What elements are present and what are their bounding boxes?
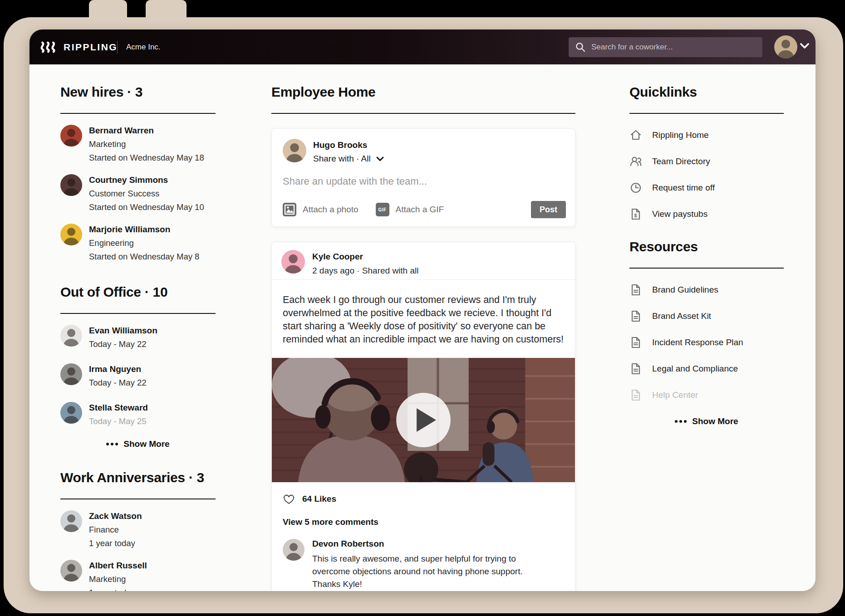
quicklink-rippling-home[interactable]: Rippling Home bbox=[629, 122, 784, 148]
avatar bbox=[60, 224, 82, 245]
app-window: RIPPLING Acme Inc. Search for a coworker… bbox=[29, 29, 816, 591]
person-dept: Customer Success bbox=[89, 189, 204, 199]
work-anniversaries-title: Work Anniversaries · 3 bbox=[60, 470, 216, 485]
person-name: Courtney Simmons bbox=[89, 175, 204, 185]
resources-show-more-button[interactable]: Show More bbox=[629, 416, 784, 426]
search-icon bbox=[575, 42, 586, 53]
out-of-office-row[interactable]: Irma Nguyen Today - May 22 bbox=[60, 363, 216, 388]
person-dept: Finance bbox=[89, 525, 142, 535]
composer-text-input[interactable]: Share an update with the team... bbox=[283, 176, 564, 187]
search-placeholder: Search for a coworker... bbox=[591, 43, 673, 52]
person-name: Zack Watson bbox=[89, 511, 142, 521]
quicklink-label: Rippling Home bbox=[652, 130, 709, 140]
out-of-office-row[interactable]: Stella Steward Today - May 25 bbox=[60, 402, 216, 426]
people-icon bbox=[629, 155, 642, 168]
person-dates: Today - May 25 bbox=[89, 416, 148, 426]
post-text: Each week I go through our customer revi… bbox=[272, 280, 575, 358]
quicklink-view-paystubs[interactable]: $ View paystubs bbox=[629, 201, 784, 227]
user-menu-chevron-down-icon[interactable] bbox=[800, 43, 810, 49]
like-heart-icon[interactable] bbox=[283, 493, 295, 504]
comment-author-name[interactable]: Devon Robertson bbox=[312, 539, 548, 549]
new-hires-title: New hires · 3 bbox=[60, 84, 216, 100]
quicklink-request-time-off[interactable]: Request time off bbox=[629, 175, 784, 201]
quicklink-team-directory[interactable]: Team Directory bbox=[629, 148, 784, 175]
person-dates: Today - May 22 bbox=[89, 378, 146, 388]
person-start-date: Started on Wednesday May 18 bbox=[89, 153, 204, 163]
resource-label: Legal and Compliance bbox=[652, 364, 738, 374]
rippling-logo[interactable]: RIPPLING bbox=[40, 29, 118, 64]
document-icon bbox=[629, 310, 642, 323]
resource-help-center[interactable]: Help Center bbox=[629, 382, 784, 408]
resource-brand-asset-kit[interactable]: Brand Asset Kit bbox=[629, 303, 784, 329]
user-avatar[interactable] bbox=[774, 35, 797, 59]
header-divider bbox=[117, 41, 118, 54]
person-dept: Engineering bbox=[89, 238, 199, 248]
likes-count[interactable]: 64 Likes bbox=[302, 494, 336, 504]
anniversary-row[interactable]: Zack Watson Finance 1 year today bbox=[60, 510, 216, 548]
show-more-label: Show More bbox=[692, 416, 738, 426]
post-author-avatar bbox=[281, 250, 305, 274]
person-name: Irma Nguyen bbox=[89, 364, 146, 374]
avatar bbox=[60, 510, 82, 532]
coworker-search-input[interactable]: Search for a coworker... bbox=[569, 37, 762, 57]
home-icon bbox=[629, 129, 642, 142]
page-title: Employee Home bbox=[271, 84, 575, 100]
video-thumbnail bbox=[272, 358, 575, 482]
resource-brand-guidelines[interactable]: Brand Guidelines bbox=[629, 277, 784, 303]
avatar bbox=[60, 402, 82, 424]
person-anniversary: 1 year today bbox=[89, 588, 147, 591]
document-icon bbox=[629, 284, 642, 296]
avatar bbox=[60, 174, 82, 196]
svg-text:$: $ bbox=[634, 213, 637, 218]
attach-photo-label: Attach a photo bbox=[303, 205, 359, 215]
resource-label: Incident Response Plan bbox=[652, 337, 743, 347]
brand-wordmark: RIPPLING bbox=[64, 42, 118, 53]
quicklink-label: Team Directory bbox=[652, 156, 710, 166]
person-start-date: Started on Wednesday May 10 bbox=[89, 202, 204, 212]
person-name: Stella Steward bbox=[89, 403, 148, 413]
resources-title: Resources bbox=[629, 239, 784, 254]
section-rule bbox=[629, 113, 784, 114]
post-meta: 2 days ago · Shared with all bbox=[312, 266, 418, 276]
out-of-office-show-more-button[interactable]: Show More bbox=[60, 439, 216, 449]
comment: Devon Robertson This is really awesome, … bbox=[272, 527, 575, 591]
post-button[interactable]: Post bbox=[531, 201, 566, 218]
resource-incident-response-plan[interactable]: Incident Response Plan bbox=[629, 329, 784, 356]
ellipsis-icon bbox=[106, 443, 109, 445]
share-with-selector[interactable]: Share with · All bbox=[313, 154, 384, 164]
clock-icon bbox=[629, 181, 642, 194]
document-icon bbox=[629, 362, 642, 375]
resource-label: Help Center bbox=[652, 390, 698, 400]
person-anniversary: 1 year today bbox=[89, 538, 142, 548]
attach-gif-label: Attach a GIF bbox=[396, 205, 444, 215]
view-more-comments-button[interactable]: View 5 more comments bbox=[272, 504, 575, 527]
desk-tab-decor-2 bbox=[146, 0, 187, 19]
new-hire-row[interactable]: Marjorie Williamson Engineering Started … bbox=[60, 224, 216, 262]
new-hire-row[interactable]: Courtney Simmons Customer Success Starte… bbox=[60, 174, 216, 212]
document-icon bbox=[629, 389, 642, 401]
sidebar-right: Quicklinks Rippling Home bbox=[629, 64, 784, 426]
section-rule bbox=[271, 113, 575, 114]
post-video-player[interactable] bbox=[272, 358, 575, 482]
desk-tab-decor-1 bbox=[89, 0, 127, 19]
person-dept: Marketing bbox=[89, 139, 204, 149]
person-name: Albert Russell bbox=[89, 561, 147, 571]
section-rule bbox=[60, 499, 216, 499]
new-hire-row[interactable]: Bernard Warren Marketing Started on Wedn… bbox=[60, 125, 216, 163]
out-of-office-row[interactable]: Evan Williamson Today - May 22 bbox=[60, 325, 216, 349]
attach-photo-button[interactable]: Attach a photo bbox=[283, 203, 359, 216]
composer-user-name: Hugo Brooks bbox=[313, 140, 384, 150]
attach-gif-button[interactable]: GIF Attach a GIF bbox=[376, 203, 444, 216]
resource-legal-and-compliance[interactable]: Legal and Compliance bbox=[629, 356, 784, 382]
rippling-wave-icon bbox=[40, 41, 59, 54]
ellipsis-icon bbox=[675, 420, 678, 423]
show-more-label: Show More bbox=[123, 439, 169, 449]
comment-text: This is really awesome, and super helpfu… bbox=[312, 552, 548, 591]
resource-label: Brand Asset Kit bbox=[652, 311, 711, 321]
feed-column: Employee Home Hugo Brooks Share with · A… bbox=[271, 64, 575, 591]
app-header: RIPPLING Acme Inc. Search for a coworker… bbox=[29, 29, 816, 64]
post-author-name[interactable]: Kyle Cooper bbox=[312, 252, 363, 262]
anniversary-row[interactable]: Albert Russell Marketing 1 year today bbox=[60, 560, 216, 591]
comment-author-avatar bbox=[283, 539, 305, 561]
resource-label: Brand Guidelines bbox=[652, 285, 718, 295]
